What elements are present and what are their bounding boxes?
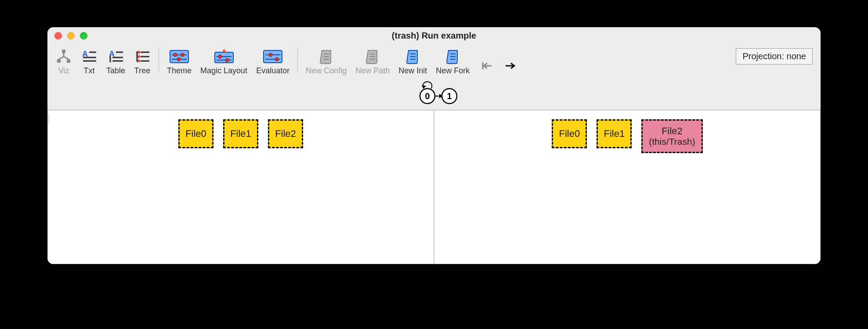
toolbar-label: Table bbox=[106, 66, 125, 75]
nav-prev-button[interactable] bbox=[475, 56, 498, 77]
toolbar-label: Evaluator bbox=[256, 66, 289, 75]
text-icon: A bbox=[81, 48, 97, 65]
scroll-icon bbox=[318, 48, 334, 65]
tree-icon bbox=[134, 48, 150, 65]
toolbar-label: Txt bbox=[84, 66, 95, 75]
svg-rect-0 bbox=[62, 50, 65, 53]
toolbar-label: New Path bbox=[355, 66, 390, 75]
node-sublabel: (this/Trash) bbox=[649, 136, 695, 147]
toolbar-separator bbox=[297, 47, 298, 73]
svg-point-35 bbox=[275, 57, 278, 61]
table-icon: A bbox=[108, 48, 124, 65]
file-node[interactable]: File0 bbox=[178, 119, 213, 148]
table-button[interactable]: A Table bbox=[103, 47, 129, 77]
projection-dropdown[interactable]: Projection: none bbox=[736, 48, 813, 64]
file-node[interactable]: File1 bbox=[597, 119, 632, 148]
toolbar-label: New Init bbox=[398, 66, 427, 75]
scroll-blue-icon bbox=[405, 48, 421, 65]
svg-rect-1 bbox=[57, 59, 61, 63]
new-config-button[interactable]: New Config bbox=[302, 47, 350, 77]
trash-node[interactable]: File2 (this/Trash) bbox=[641, 119, 702, 153]
svg-point-18 bbox=[137, 60, 140, 62]
titlebar: (trash) Run example bbox=[47, 27, 821, 44]
file-node[interactable]: File2 bbox=[268, 119, 303, 148]
content-area: File0 File1 File2 File0 File1 File2 (thi… bbox=[47, 110, 821, 264]
svg-point-28 bbox=[218, 55, 222, 58]
projection-label: Projection: none bbox=[742, 51, 806, 61]
svg-rect-25 bbox=[215, 52, 233, 63]
state-pane-0: File0 File1 File2 bbox=[47, 110, 434, 264]
scroll-blue-icon bbox=[445, 48, 461, 65]
tree-button[interactable]: Tree bbox=[130, 47, 154, 77]
trace-bar: 0 1 bbox=[47, 79, 821, 110]
file-node[interactable]: File1 bbox=[223, 119, 258, 148]
trace-state-label: 1 bbox=[447, 91, 452, 101]
app-window: (trash) Run example Viz A Txt A Table bbox=[47, 27, 821, 264]
svg-point-34 bbox=[269, 53, 272, 57]
toolbar: Viz A Txt A Table Tree bbox=[47, 44, 821, 79]
toolbar-label: New Fork bbox=[436, 66, 470, 75]
svg-point-17 bbox=[137, 55, 140, 58]
sliders-icon bbox=[169, 48, 189, 65]
svg-point-23 bbox=[181, 53, 184, 57]
new-path-button[interactable]: New Path bbox=[352, 47, 393, 77]
arrow-right-icon bbox=[503, 57, 519, 75]
trace-graph-icon: 0 1 bbox=[403, 81, 465, 107]
txt-button[interactable]: A Txt bbox=[77, 47, 101, 77]
svg-point-22 bbox=[174, 53, 177, 57]
window-title: (trash) Run example bbox=[47, 31, 821, 41]
window-controls bbox=[54, 32, 87, 39]
minimize-icon[interactable] bbox=[67, 32, 75, 39]
evaluator-icon bbox=[263, 48, 283, 65]
toolbar-label: Magic Layout bbox=[200, 66, 247, 75]
trace-state-label: 0 bbox=[425, 91, 430, 101]
magic-layout-button[interactable]: Magic Layout bbox=[197, 47, 251, 77]
viz-icon bbox=[56, 48, 72, 65]
toolbar-label: New Config bbox=[306, 66, 347, 75]
toolbar-label: Tree bbox=[134, 66, 150, 75]
evaluator-button[interactable]: Evaluator bbox=[253, 47, 293, 77]
state-pane-1: File0 File1 File2 (this/Trash) bbox=[434, 110, 821, 264]
new-fork-button[interactable]: New Fork bbox=[432, 47, 473, 77]
viz-button[interactable]: Viz bbox=[52, 47, 76, 77]
toolbar-separator bbox=[159, 47, 159, 73]
node-label: File2 bbox=[649, 126, 695, 136]
nav-next-button[interactable] bbox=[499, 56, 522, 77]
new-init-button[interactable]: New Init bbox=[395, 47, 430, 77]
svg-rect-31 bbox=[264, 50, 282, 63]
magic-layout-icon bbox=[214, 48, 234, 65]
svg-marker-30 bbox=[222, 49, 226, 52]
zoom-icon[interactable] bbox=[80, 32, 87, 39]
svg-marker-51 bbox=[422, 85, 426, 89]
svg-rect-2 bbox=[67, 59, 70, 63]
scroll-icon bbox=[365, 48, 380, 65]
theme-button[interactable]: Theme bbox=[163, 47, 195, 77]
file-node[interactable]: File0 bbox=[552, 119, 587, 148]
svg-point-29 bbox=[225, 58, 229, 62]
toolbar-label: Viz bbox=[58, 66, 69, 75]
toolbar-label: Theme bbox=[167, 66, 192, 75]
svg-point-16 bbox=[137, 51, 140, 54]
svg-point-24 bbox=[177, 57, 181, 61]
arrow-start-icon bbox=[478, 57, 494, 75]
close-icon[interactable] bbox=[54, 32, 62, 39]
